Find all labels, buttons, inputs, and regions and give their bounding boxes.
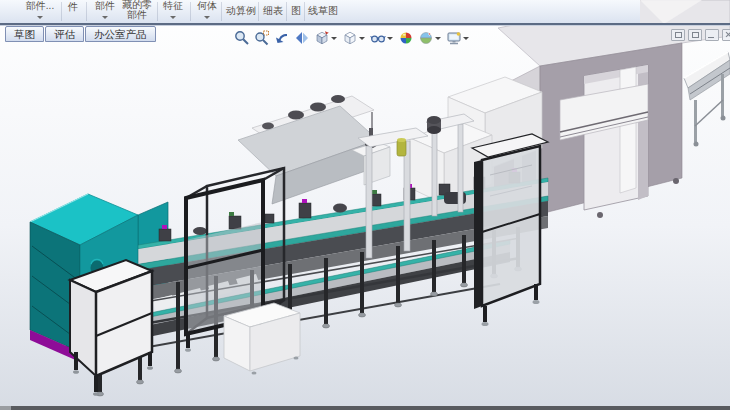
taskbar-edge-left (0, 406, 11, 410)
dropdown-caret-icon[interactable] (463, 37, 469, 40)
dropdown-caret-icon[interactable] (435, 37, 441, 40)
restore-icon (675, 32, 682, 38)
dropdown-caret-icon[interactable] (387, 37, 393, 40)
view-settings-icon[interactable] (445, 29, 471, 47)
tab-sketch[interactable]: 草图 (5, 26, 44, 42)
ribbon-separator (157, 2, 158, 21)
hide-show-items-icon[interactable] (369, 29, 395, 47)
ribbon-separator (221, 2, 222, 21)
dropdown-caret-icon[interactable] (170, 16, 176, 19)
ribbon-button-move-component[interactable]: 部件 (90, 1, 120, 11)
assembly-3d-view (0, 0, 730, 410)
dropdown-caret-icon[interactable] (204, 16, 210, 19)
ribbon-separator (86, 2, 87, 21)
graphics-viewport[interactable] (0, 0, 730, 410)
zoom-to-fit-icon[interactable] (233, 29, 251, 47)
ribbon-button-explode-line-sketch[interactable]: 线草图 (306, 6, 340, 16)
doc-maximize-button[interactable] (688, 29, 702, 41)
apply-scene-icon[interactable] (417, 29, 443, 47)
ribbon-separator (61, 2, 62, 21)
ribbon-button-assembly-features[interactable]: 特征 (160, 1, 186, 11)
ribbon-button-fasteners[interactable]: 件 (64, 2, 82, 12)
dropdown-caret-icon[interactable] (102, 16, 108, 19)
ribbon-button-reference-geometry[interactable]: 何体 (194, 1, 220, 11)
command-manager-ribbon: 部件... 件 部件 藏的零部件 特征 何体 动算例 细表 图 (0, 0, 730, 23)
ribbon-separator (286, 2, 287, 21)
dropdown-caret-icon[interactable] (359, 37, 365, 40)
display-style-icon[interactable] (341, 29, 367, 47)
dropdown-caret-icon[interactable] (37, 16, 43, 19)
ribbon-divider (0, 23, 730, 25)
ribbon-button-exploded-view[interactable]: 图 (289, 6, 303, 16)
ribbon-button-bill-of-materials[interactable]: 细表 (261, 6, 285, 16)
dropdown-caret-icon[interactable] (331, 37, 337, 40)
ribbon-separator (258, 2, 259, 21)
zoom-to-area-icon[interactable] (253, 29, 271, 47)
ribbon-separator (304, 2, 305, 21)
edit-appearance-icon[interactable] (397, 29, 415, 47)
section-view-icon[interactable] (293, 29, 311, 47)
doc-close-button[interactable] (722, 29, 730, 41)
minimize-icon (708, 37, 714, 38)
ribbon-separator (190, 2, 191, 21)
view-orientation-icon[interactable] (313, 29, 339, 47)
document-window-controls (671, 29, 730, 41)
heads-up-view-toolbar (233, 29, 471, 47)
solidworks-window: 部件... 件 部件 藏的零部件 特征 何体 动算例 细表 图 (0, 0, 730, 410)
taskbar-edge (0, 406, 730, 410)
command-manager-tabs: 草图 评估 办公室产品 (5, 26, 157, 42)
ribbon-button-new-motion-study[interactable]: 动算例 (224, 6, 258, 16)
doc-minimize-button[interactable] (705, 29, 719, 41)
doc-restore-button[interactable] (671, 29, 685, 41)
maximize-icon (692, 32, 699, 38)
tab-office-products[interactable]: 办公室产品 (85, 26, 156, 42)
ribbon-button-insert-components[interactable]: 部件... (20, 1, 60, 11)
previous-view-icon[interactable] (273, 29, 291, 47)
ribbon-button-show-hidden-components[interactable]: 藏的零部件 (119, 0, 155, 20)
tab-evaluate[interactable]: 评估 (45, 26, 84, 42)
